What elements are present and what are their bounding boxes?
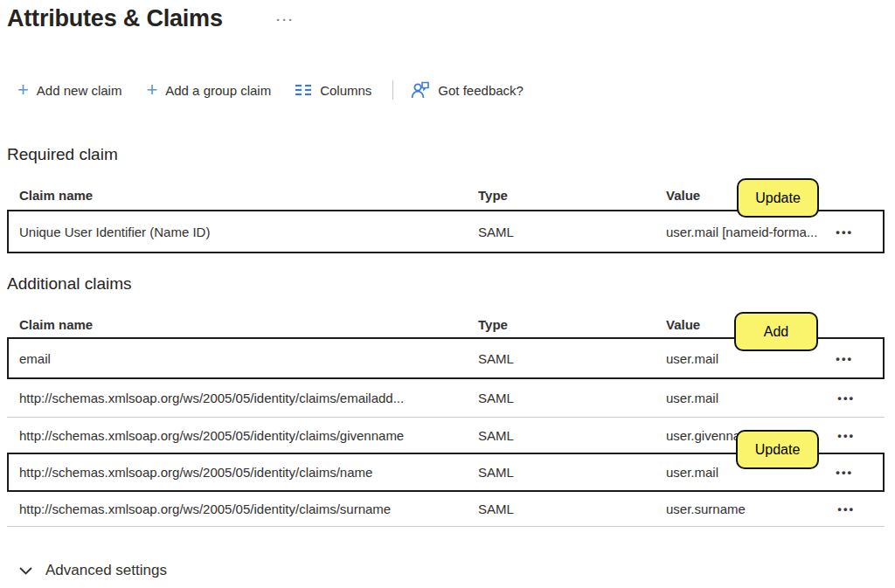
column-header-type: Type — [478, 188, 666, 203]
attributes-claims-page: Attributes & Claims ··· + Add new claim … — [0, 0, 895, 588]
add-group-claim-button[interactable]: + Add a group claim — [146, 81, 271, 99]
plus-icon: + — [146, 81, 157, 99]
got-feedback-button[interactable]: Got feedback? — [411, 81, 524, 99]
row-ellipsis-button[interactable]: ••• — [832, 502, 885, 515]
add-new-claim-button[interactable]: + Add new claim — [17, 81, 121, 99]
type-cell: SAML — [478, 502, 666, 516]
annotation-update-required-claim: Update — [737, 178, 819, 218]
type-cell: SAML — [478, 351, 666, 366]
column-header-claim-name: Claim name — [19, 188, 478, 203]
columns-button[interactable]: Columns — [295, 83, 371, 98]
claim-name-cell: http://schemas.xmlsoap.org/ws/2005/05/id… — [19, 502, 478, 516]
annotation-update-name-claim: Update — [736, 430, 819, 469]
title-overflow-menu[interactable]: ··· — [276, 12, 295, 27]
claim-name-cell: http://schemas.xmlsoap.org/ws/2005/05/id… — [19, 465, 478, 480]
row-ellipsis-button[interactable]: ••• — [832, 429, 885, 442]
row-ellipsis-button[interactable]: ••• — [830, 466, 883, 479]
value-cell: user.mail — [666, 391, 832, 405]
advanced-settings-label: Advanced settings — [45, 562, 167, 579]
value-cell: user.mail [nameid-forma... — [666, 225, 830, 239]
row-ellipsis-button[interactable]: ••• — [830, 225, 883, 239]
row-ellipsis-button[interactable]: ••• — [830, 352, 883, 365]
chevron-down-icon — [19, 567, 32, 575]
row-ellipsis-button[interactable]: ••• — [832, 391, 885, 405]
annotation-add-email-claim: Add — [734, 312, 818, 351]
add-new-claim-label: Add new claim — [37, 83, 122, 98]
claim-name-cell: email — [19, 351, 478, 366]
plus-icon: + — [17, 81, 29, 99]
column-header-type: Type — [478, 317, 666, 332]
command-bar: + Add new claim + Add a group claim Colu… — [17, 77, 524, 103]
got-feedback-label: Got feedback? — [438, 83, 524, 98]
advanced-settings-toggle[interactable]: Advanced settings — [19, 562, 167, 579]
table-row[interactable]: http://schemas.xmlsoap.org/ws/2005/05/id… — [7, 379, 885, 418]
additional-claims-heading: Additional claims — [7, 274, 132, 294]
type-cell: SAML — [478, 225, 666, 239]
claim-name-cell: Unique User Identifier (Name ID) — [19, 225, 478, 239]
claim-name-cell: http://schemas.xmlsoap.org/ws/2005/05/id… — [19, 428, 478, 443]
type-cell: SAML — [478, 391, 666, 405]
feedback-person-icon — [411, 81, 430, 99]
table-row[interactable]: http://schemas.xmlsoap.org/ws/2005/05/id… — [7, 492, 885, 527]
page-title: Attributes & Claims — [7, 5, 223, 32]
column-header-claim-name: Claim name — [19, 317, 478, 332]
value-cell: user.mail — [666, 351, 830, 366]
add-group-claim-label: Add a group claim — [165, 83, 271, 98]
type-cell: SAML — [478, 428, 666, 443]
required-claim-heading: Required claim — [7, 145, 118, 164]
columns-icon — [295, 84, 312, 96]
columns-label: Columns — [320, 83, 371, 98]
value-cell: user.surname — [666, 502, 832, 516]
type-cell: SAML — [478, 465, 666, 480]
toolbar-divider — [392, 80, 393, 100]
claim-name-cell: http://schemas.xmlsoap.org/ws/2005/05/id… — [19, 391, 478, 405]
